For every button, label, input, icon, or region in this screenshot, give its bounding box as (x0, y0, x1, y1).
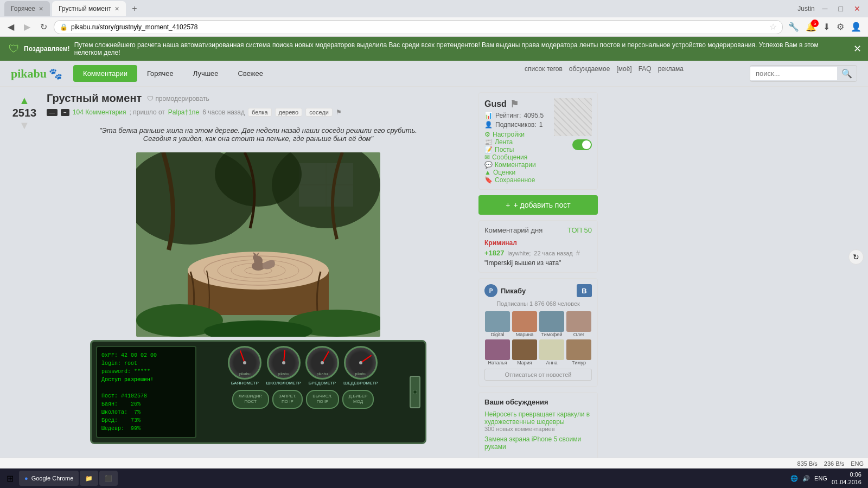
tab-hot[interactable]: Горячее ✕ (4, 1, 50, 16)
ratings-link[interactable]: ▲ Оценки (484, 169, 544, 176)
tab-article-close[interactable]: ✕ (114, 5, 119, 12)
link-mine[interactable]: [моё] (616, 65, 631, 73)
btn-calc-ip[interactable]: ВЫЧИСЛ.ПО IP (306, 390, 339, 409)
search-input[interactable] (750, 67, 837, 80)
comment-of-day-body: Криминал +1827 laywhite; 22 часа назад #… (484, 239, 592, 267)
messages-link[interactable]: ✉ Сообщения (484, 153, 544, 161)
vk-avatar-timofey[interactable]: Тимофей (539, 311, 564, 337)
ratings-label: Оценки (493, 169, 515, 176)
nav-hot[interactable]: Горячее (137, 65, 183, 82)
comment-hash[interactable]: # (576, 249, 580, 257)
nav-best[interactable]: Лучшее (183, 65, 228, 82)
gauge-label-3: БРЕДОМЕТР (309, 381, 336, 386)
url-input[interactable] (71, 23, 766, 31)
avatar-name-timofey: Тимофей (541, 332, 563, 337)
author-link[interactable]: Palpa†1ne (168, 108, 199, 116)
comments-link[interactable]: 104 Комментария (73, 108, 126, 116)
discussion-link-2[interactable]: Замена экрана iPhone 5 своими руками (484, 435, 592, 451)
tag-derevo[interactable]: дерево (275, 108, 303, 117)
browser-user: Justin (797, 5, 814, 12)
star-icon[interactable]: ☆ (769, 22, 777, 32)
vk-avatar-digital[interactable]: Digital (485, 311, 510, 337)
avatar-img-anna (539, 339, 564, 360)
reload-button[interactable]: ↻ (37, 20, 50, 34)
notification-close-button[interactable]: ✕ (853, 43, 861, 55)
plus-icon: + (506, 201, 510, 209)
vote-up-button[interactable]: ▲ (19, 94, 30, 107)
rating-stat: 📊 Рейтинг: 4095.5 (484, 112, 544, 119)
close-button[interactable]: ✕ (851, 2, 864, 15)
feed-toggle[interactable] (572, 139, 592, 150)
svg-point-19 (253, 255, 258, 260)
forward-button[interactable]: ▶ (21, 20, 34, 34)
comments-nav-link[interactable]: 💬 Комментарии (484, 161, 544, 169)
avatar-name-digital: Digital (490, 332, 504, 337)
btn-liquidate[interactable]: ЛИКВИДИР.ПОСТ (232, 390, 269, 409)
refresh-button[interactable]: ↻ (848, 249, 864, 265)
vk-avatar-natalya[interactable]: Наталья (485, 339, 510, 365)
tab-article[interactable]: Грустный момент ✕ (52, 1, 126, 16)
feed-link[interactable]: 📰 Лента (484, 138, 544, 146)
link-ads[interactable]: реклама (658, 65, 684, 73)
tab-hot-close[interactable]: ✕ (39, 5, 43, 12)
messages-link-row: ✉ Сообщения (484, 153, 544, 161)
avatar-img-digital (485, 311, 510, 332)
vk-avatar-marina[interactable]: Марина (512, 311, 537, 337)
settings-link[interactable]: ⚙ Настройки (484, 131, 544, 138)
settings-icon[interactable]: ⚙ (834, 20, 846, 34)
article-area: Грустный момент 🛡 промодерировать — − 10… (47, 92, 470, 460)
back-button[interactable]: ◀ (4, 20, 17, 34)
terminal-knob[interactable] (410, 376, 420, 408)
btn-ban-ip[interactable]: ЗАПРЕТ.ПО IP (272, 390, 303, 409)
btn-bieber-mod[interactable]: Д.БИБЕРМОД (342, 390, 374, 409)
vote-section: ▲ 2513 ▼ (11, 92, 38, 460)
vk-unsubscribe-button[interactable]: Отписаться от новостей (484, 369, 592, 381)
article-quote: "Эта белка раньше жила на этом дереве. Д… (47, 122, 470, 147)
download-icon[interactable]: ⬇ (821, 20, 832, 34)
vk-avatar-mariya[interactable]: Мария (512, 339, 537, 365)
nav-comments[interactable]: Комментарии (73, 65, 137, 82)
top50-link[interactable]: ТОП 50 (567, 226, 592, 234)
posts-label: Посты (495, 146, 514, 153)
comments-nav-label: Комментарии (495, 161, 536, 169)
flag-icon[interactable]: ⚑ (510, 98, 519, 110)
avatar-name-natalya: Наталья (488, 360, 507, 365)
bookmark-icon: 🔖 (484, 176, 493, 184)
saved-link[interactable]: 🔖 Сохраненное (484, 176, 544, 184)
minimize-button[interactable]: ─ (819, 2, 831, 15)
link-discussed[interactable]: обсуждаемое (569, 65, 610, 73)
report-icon[interactable]: ⚑ (336, 108, 342, 116)
comment-category-link[interactable]: Криминал (484, 239, 517, 247)
tag-sosedi[interactable]: соседи (305, 108, 333, 117)
search-button[interactable]: 🔍 (837, 66, 857, 81)
discussion-link-1[interactable]: Нейросеть превращает каракули в художест… (484, 410, 592, 426)
vote-down-button[interactable]: ▼ (19, 119, 30, 132)
comment-author: laywhite; (508, 250, 531, 256)
vk-blue-button[interactable]: В (577, 284, 592, 297)
site-logo[interactable]: pikabu 🐾 (11, 67, 62, 81)
username-row: Gusd ⚑ (484, 98, 544, 110)
meta-badge2: − (61, 109, 69, 116)
new-tab-button[interactable]: + (128, 2, 141, 15)
browser-window: Горячее ✕ Грустный момент ✕ + Justin ─ □… (0, 0, 868, 465)
notification-bell[interactable]: 🔔5 (803, 20, 819, 34)
link-tags[interactable]: список тегов (525, 65, 563, 73)
terminal-screen: 0xFF: 42 00 02 00 login: root password: … (96, 346, 196, 438)
user-card: Gusd ⚑ 📊 Рейтинг: 4095.5 👤 Подписчиков: … (478, 92, 598, 190)
moderate-button[interactable]: 🛡 промодерировать (147, 95, 209, 102)
vk-avatar-oleg[interactable]: Олег (566, 311, 591, 337)
maximize-button[interactable]: □ (835, 2, 846, 15)
vk-avatar-timur[interactable]: Тимур (566, 339, 591, 365)
nav-fresh[interactable]: Свежее (228, 65, 273, 82)
add-post-button[interactable]: + + добавить пост (478, 195, 598, 215)
vk-avatar-anna[interactable]: Анна (539, 339, 564, 365)
vk-name: Пикабу (501, 287, 526, 295)
link-faq[interactable]: FAQ (639, 65, 652, 73)
term-line1: 0xFF: 42 00 02 00 (101, 351, 191, 359)
user-profile-icon[interactable]: 👤 (848, 20, 864, 34)
vk-logo-icon: P (484, 284, 497, 297)
gauge-circle-3: pikabu (305, 346, 339, 380)
tag-belka[interactable]: белка (248, 108, 272, 117)
extensions-icon[interactable]: 🔧 (786, 20, 801, 34)
posts-link[interactable]: 📝 Посты (484, 146, 544, 153)
